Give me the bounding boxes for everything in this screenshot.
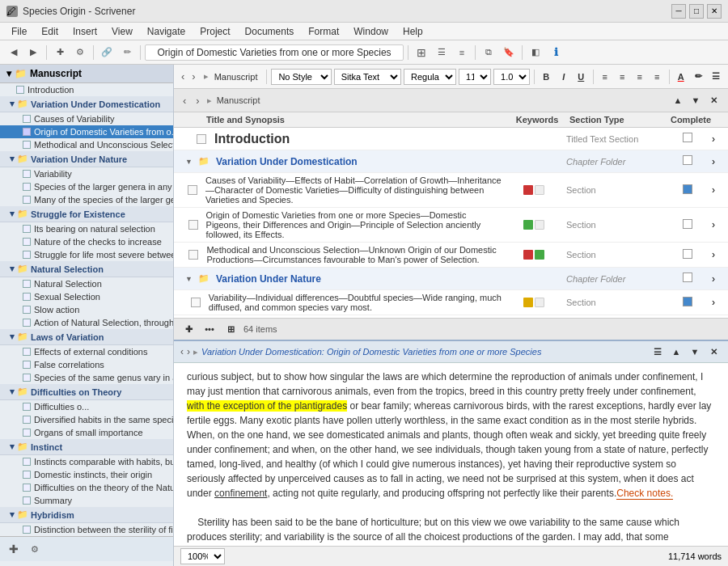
editor-text-area[interactable]: curious subject, but to show how singula… bbox=[174, 363, 728, 546]
binder-collapse-btn[interactable]: ▲ bbox=[670, 92, 686, 108]
menu-help[interactable]: Help bbox=[396, 24, 430, 39]
sidebar-item-variability[interactable]: Variability bbox=[0, 167, 173, 180]
sidebar-item-checks[interactable]: Nature of the checks to increase bbox=[0, 235, 173, 248]
binder-add-btn[interactable]: ✚ bbox=[180, 321, 197, 337]
sidebar-item-organs[interactable]: Organs of small importance bbox=[0, 426, 173, 439]
sidebar-item-false-cor[interactable]: False correlations bbox=[0, 358, 173, 371]
sidebar-item-origin-dom[interactable]: Origin of Domestic Varieties from o... bbox=[0, 125, 173, 138]
table-row[interactable]: Variability—Individual differences—Doubt… bbox=[174, 290, 728, 315]
sidebar-item-sexual-sel[interactable]: Sexual Selection bbox=[0, 290, 173, 303]
binder-expand-btn[interactable]: ▼ bbox=[688, 92, 704, 108]
settings-button[interactable]: ⚙ bbox=[71, 44, 89, 61]
sidebar-item-bearing[interactable]: Its bearing on natural selection bbox=[0, 222, 173, 235]
align-right-btn[interactable]: ≡ bbox=[632, 69, 647, 85]
menu-file[interactable]: File bbox=[5, 24, 33, 39]
row-checkbox[interactable] bbox=[188, 220, 198, 230]
row-checkbox[interactable] bbox=[197, 134, 206, 144]
complete-checkbox[interactable] bbox=[683, 133, 692, 142]
editor-collapse-btn[interactable]: ▲ bbox=[668, 344, 684, 360]
align-center-btn[interactable]: ≡ bbox=[615, 69, 630, 85]
sidebar-item-external[interactable]: Effects of external conditions bbox=[0, 345, 173, 358]
zoom-select[interactable]: 100% bbox=[180, 548, 225, 564]
align-left-btn[interactable]: ≡ bbox=[597, 69, 612, 85]
close-button[interactable]: ✕ bbox=[707, 4, 722, 19]
back-button[interactable]: ◀ bbox=[5, 44, 23, 61]
menu-insert[interactable]: Insert bbox=[66, 24, 104, 39]
text-color-btn[interactable]: A bbox=[673, 69, 688, 85]
style-select[interactable]: No Style bbox=[271, 69, 331, 85]
binder-menu-btn[interactable]: ••• bbox=[201, 321, 218, 337]
complete-checkbox[interactable] bbox=[683, 184, 692, 194]
editor-menu-btn[interactable]: ☰ bbox=[650, 344, 666, 360]
grid-view-btn[interactable]: ⊞ bbox=[413, 44, 430, 61]
sidebar-group-difficulties[interactable]: ▾ 📁 Difficulties on Theory bbox=[0, 384, 173, 400]
row-checkbox[interactable] bbox=[188, 185, 197, 195]
menu-documents[interactable]: Documents bbox=[239, 24, 301, 39]
binder-grid-btn[interactable]: ⊞ bbox=[222, 321, 239, 337]
bookmark-btn[interactable]: 🔖 bbox=[500, 44, 518, 61]
binder-back-btn[interactable]: ‹ bbox=[180, 95, 188, 107]
sidebar-item-instincts-comp[interactable]: Instincts comparable with habits, but... bbox=[0, 455, 173, 468]
add-button[interactable]: ✚ bbox=[51, 44, 69, 61]
size-select[interactable]: 11 bbox=[459, 69, 491, 85]
table-row[interactable]: Causes of Variability—Effects of Habit—C… bbox=[174, 173, 728, 208]
bold-btn[interactable]: B bbox=[539, 69, 554, 85]
maximize-button[interactable]: □ bbox=[689, 4, 704, 19]
spacing-select[interactable]: 1.0x bbox=[493, 69, 530, 85]
editor-expand-btn[interactable]: ▼ bbox=[687, 344, 703, 360]
forward-button[interactable]: ▶ bbox=[24, 44, 42, 61]
editor-close-btn[interactable]: ✕ bbox=[705, 344, 722, 360]
sidebar-item-introduction[interactable]: Introduction bbox=[0, 83, 173, 96]
menu-navigate[interactable]: Navigate bbox=[141, 24, 192, 39]
window-controls[interactable]: ─ □ ✕ bbox=[671, 4, 722, 19]
sidebar-item-diversified[interactable]: Diversified habits in the same species bbox=[0, 413, 173, 426]
font-select[interactable]: Sitka Text bbox=[334, 69, 401, 85]
sidebar-item-domestic-inst[interactable]: Domestic instincts, their origin bbox=[0, 468, 173, 481]
highlight-btn[interactable]: ✏ bbox=[691, 69, 706, 85]
sidebar-header[interactable]: ▾ 📁 Manuscript bbox=[0, 65, 173, 83]
sidebar-group-var-nature[interactable]: ▾ 📁 Variation Under Nature bbox=[0, 151, 173, 167]
align-justify-btn[interactable]: ≡ bbox=[650, 69, 665, 85]
menu-project[interactable]: Project bbox=[193, 24, 236, 39]
table-row[interactable]: ▼ 📁 Variation Under Nature Chapter Folde… bbox=[174, 268, 728, 290]
list-view-btn[interactable]: ☰ bbox=[433, 44, 451, 61]
sidebar-group-instinct[interactable]: ▾ 📁 Instinct bbox=[0, 439, 173, 455]
menu-edit[interactable]: Edit bbox=[35, 24, 65, 39]
complete-checkbox[interactable] bbox=[683, 219, 692, 229]
panel-left-btn[interactable]: ◧ bbox=[527, 44, 544, 61]
link-button[interactable]: 🔗 bbox=[98, 44, 116, 61]
sidebar-item-struggle-life[interactable]: Struggle for life most severe betwee... bbox=[0, 248, 173, 261]
table-row[interactable]: Introduction Titled Text Section › bbox=[174, 128, 728, 150]
row-checkbox[interactable] bbox=[188, 250, 198, 260]
menu-view[interactable]: View bbox=[105, 24, 139, 39]
fmt-nav-back[interactable]: ‹ bbox=[179, 70, 187, 82]
sidebar-settings-btn[interactable]: ⚙ bbox=[26, 540, 44, 558]
row-checkbox[interactable] bbox=[191, 298, 201, 307]
fmt-nav-fwd[interactable]: › bbox=[189, 70, 197, 82]
sidebar-group-struggle[interactable]: ▾ 📁 Struggle for Existence bbox=[0, 206, 173, 222]
outline-view-btn[interactable]: ≡ bbox=[453, 44, 471, 61]
sidebar-item-action-nat[interactable]: Action of Natural Selection, through ... bbox=[0, 316, 173, 329]
underline-btn[interactable]: U bbox=[574, 69, 589, 85]
sidebar-item-nat-sel[interactable]: Natural Selection bbox=[0, 277, 173, 290]
sidebar-item-species-larger[interactable]: Species of the larger genera in any c... bbox=[0, 180, 173, 193]
binder-close-btn[interactable]: ✕ bbox=[705, 92, 722, 108]
sidebar-item-distinction-ster[interactable]: Distinction between the sterility of fir… bbox=[0, 523, 173, 536]
menu-window[interactable]: Window bbox=[347, 24, 395, 39]
complete-checkbox[interactable] bbox=[683, 297, 692, 306]
sidebar-item-diff-doc[interactable]: Difficulties o... bbox=[0, 400, 173, 413]
list-btn[interactable]: ☰ bbox=[708, 69, 723, 85]
table-row[interactable]: ▼ 📁 Variation Under Domestication Chapte… bbox=[174, 150, 728, 173]
split-btn[interactable]: ⧉ bbox=[480, 44, 497, 61]
menu-format[interactable]: Format bbox=[302, 24, 345, 39]
complete-checkbox[interactable] bbox=[683, 249, 692, 259]
sidebar-item-species-genus[interactable]: Species of the same genus vary in an... bbox=[0, 371, 173, 384]
complete-checkbox[interactable] bbox=[683, 155, 692, 165]
sidebar-group-var-dom[interactable]: ▾ 📁 Variation Under Domestication bbox=[0, 96, 173, 112]
sidebar-group-hybridism[interactable]: ▾ 📁 Hybridism bbox=[0, 507, 173, 523]
editor-fwd-btn[interactable]: › bbox=[187, 346, 190, 357]
check-notes-link[interactable]: Check notes. bbox=[616, 488, 673, 500]
sidebar-item-diff-nat[interactable]: Difficulties on the theory of the Natu..… bbox=[0, 481, 173, 494]
sidebar-item-causes[interactable]: Causes of Variability bbox=[0, 112, 173, 125]
sidebar-item-slow[interactable]: Slow action bbox=[0, 303, 173, 316]
